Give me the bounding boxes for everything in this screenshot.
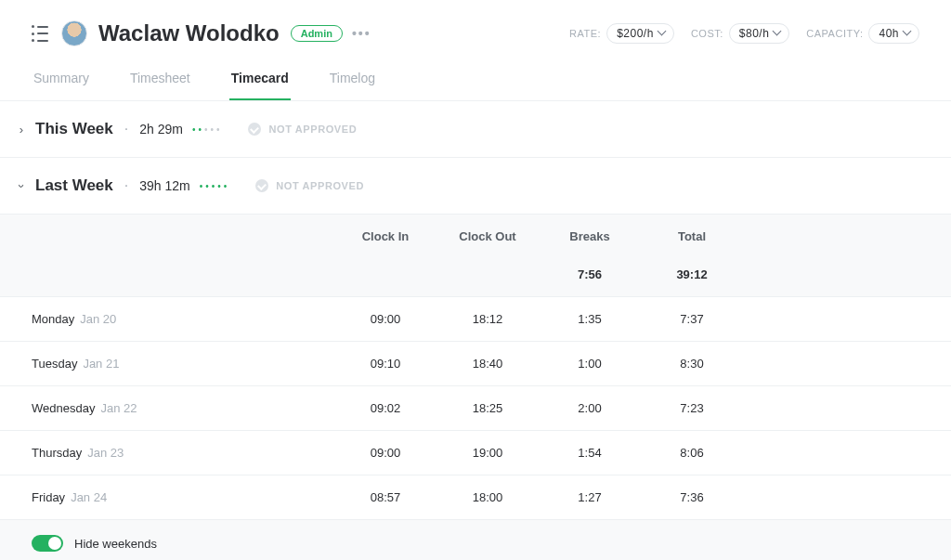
separator: ·	[124, 121, 128, 137]
tab-summary[interactable]: Summary	[32, 71, 91, 100]
day-of-week: Monday	[32, 312, 74, 326]
metric-cost: COST: $80/h	[691, 23, 789, 44]
chevron-down-icon	[658, 30, 666, 37]
hide-weekends-label: Hide weekends	[74, 537, 157, 551]
clock-in-cell: 09:10	[334, 357, 436, 371]
table-header: Clock In Clock Out Breaks Total	[0, 215, 951, 258]
tabs: Summary Timesheet Timecard Timelog	[0, 71, 951, 101]
period-title: Last Week	[35, 176, 113, 195]
clock-out-cell: 18:12	[436, 312, 539, 326]
table-row[interactable]: FridayJan 2408:5718:001:277:36	[0, 475, 951, 520]
day-cell: ThursdayJan 23	[0, 446, 334, 460]
day-date: Jan 23	[87, 446, 124, 460]
day-cell: WednesdayJan 22	[0, 401, 334, 415]
clock-in-cell: 09:00	[334, 312, 436, 326]
metric-cost-label: COST:	[691, 28, 723, 39]
check-circle-icon	[255, 179, 268, 192]
table-row[interactable]: WednesdayJan 2209:0218:252:007:23	[0, 386, 951, 431]
day-cell: TuesdayJan 21	[0, 357, 334, 371]
tab-timecard[interactable]: Timecard	[229, 71, 291, 100]
user-name: Waclaw Wolodko	[98, 20, 280, 46]
rate-dropdown[interactable]: $200/h	[606, 23, 674, 44]
more-icon[interactable]: •••	[352, 26, 371, 41]
day-of-week: Wednesday	[32, 401, 95, 415]
day-date: Jan 20	[80, 312, 116, 326]
table-summary-row: 7:56 39:12	[0, 258, 951, 297]
chevron-down-icon	[904, 30, 911, 37]
day-of-week: Thursday	[32, 446, 82, 460]
table-row[interactable]: TuesdayJan 2109:1018:401:008:30	[0, 342, 951, 386]
approval-badge: NOT APPROVED	[248, 123, 357, 136]
metric-rate: RATE: $200/h	[569, 23, 674, 44]
breaks-cell: 1:27	[539, 490, 641, 504]
breaks-cell: 1:54	[539, 446, 641, 460]
activity-dots-icon: •••••	[192, 124, 223, 135]
capacity-dropdown[interactable]: 40h	[868, 23, 919, 44]
total-cell: 8:06	[641, 446, 743, 460]
metric-rate-label: RATE:	[569, 28, 601, 39]
timecard-table: Clock In Clock Out Breaks Total 7:56 39:…	[0, 215, 951, 520]
tab-timesheet[interactable]: Timesheet	[128, 71, 192, 100]
col-total: Total	[641, 229, 743, 243]
table-row[interactable]: MondayJan 2009:0018:121:357:37	[0, 297, 951, 342]
clock-in-cell: 09:00	[334, 446, 436, 460]
approval-badge: NOT APPROVED	[255, 179, 364, 192]
breaks-cell: 1:35	[539, 312, 641, 326]
period-last-week[interactable]: › Last Week · 39h 12m ••••• NOT APPROVED	[0, 158, 951, 215]
approval-text: NOT APPROVED	[276, 180, 364, 191]
total-cell: 7:37	[641, 312, 743, 326]
clock-out-cell: 18:40	[436, 357, 539, 371]
metric-capacity: CAPACITY: 40h	[806, 23, 919, 44]
day-date: Jan 24	[71, 490, 107, 504]
clock-out-cell: 19:00	[436, 446, 539, 460]
chevron-down-icon	[774, 30, 781, 37]
day-cell: MondayJan 20	[0, 312, 334, 326]
total-cell: 7:23	[641, 401, 743, 415]
footer: Hide weekends	[0, 520, 951, 560]
check-circle-icon	[248, 123, 261, 136]
day-of-week: Tuesday	[32, 357, 77, 371]
activity-dots-icon: •••••	[200, 181, 230, 191]
day-date: Jan 21	[83, 357, 119, 371]
period-this-week[interactable]: › This Week · 2h 29m ••••• NOT APPROVED	[0, 101, 951, 158]
total-cell: 7:36	[641, 490, 743, 504]
period-duration: 39h 12m	[139, 178, 189, 193]
list-icon[interactable]	[32, 25, 48, 42]
role-badge: Admin	[291, 25, 343, 42]
clock-out-cell: 18:25	[436, 401, 539, 415]
breaks-cell: 1:00	[539, 357, 641, 371]
day-cell: FridayJan 24	[0, 490, 334, 504]
table-row[interactable]: ThursdayJan 2309:0019:001:548:06	[0, 431, 951, 475]
total-cell: 8:30	[641, 357, 743, 371]
summary-total: 39:12	[641, 267, 743, 281]
clock-out-cell: 18:00	[436, 490, 539, 504]
clock-in-cell: 09:02	[334, 401, 436, 415]
page-header: Waclaw Wolodko Admin ••• RATE: $200/h CO…	[0, 0, 951, 46]
tab-timelog[interactable]: Timelog	[328, 71, 377, 100]
day-of-week: Friday	[32, 490, 65, 504]
col-clock-out: Clock Out	[436, 229, 539, 243]
period-duration: 2h 29m	[139, 122, 183, 137]
approval-text: NOT APPROVED	[268, 124, 357, 135]
metric-capacity-label: CAPACITY:	[806, 28, 863, 39]
col-clock-in: Clock In	[334, 229, 436, 243]
cost-dropdown[interactable]: $80/h	[729, 23, 790, 44]
clock-in-cell: 08:57	[334, 490, 436, 504]
separator: ·	[124, 177, 128, 194]
hide-weekends-toggle[interactable]	[32, 535, 63, 552]
breaks-cell: 2:00	[539, 401, 641, 415]
col-breaks: Breaks	[539, 229, 641, 243]
period-title: This Week	[35, 120, 113, 138]
summary-breaks: 7:56	[539, 267, 641, 281]
avatar[interactable]	[61, 20, 87, 46]
chevron-down-icon[interactable]: ›	[15, 179, 29, 192]
day-date: Jan 22	[100, 401, 137, 415]
chevron-right-icon[interactable]: ›	[15, 123, 28, 137]
